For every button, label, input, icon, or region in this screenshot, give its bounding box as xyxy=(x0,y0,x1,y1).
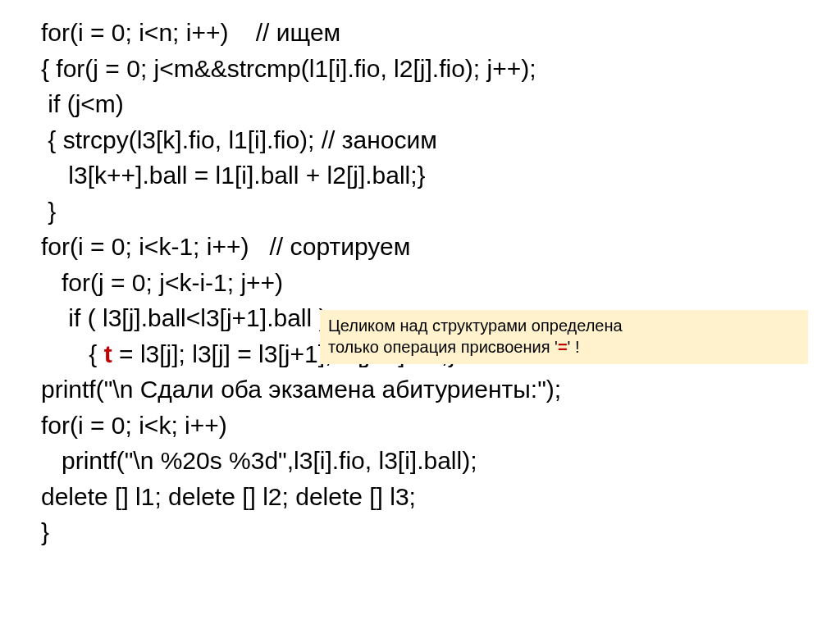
note-line-2: только операция присвоения '=' ! xyxy=(328,336,800,358)
code-line-13: printf("\n %20s %3d",l3[i].fio, l3[i].ba… xyxy=(41,447,477,474)
code-line-8: for(j = 0; j<k-i-1; j++) xyxy=(41,269,283,296)
code-block: for(i = 0; i<n; i++) // ищем { for(j = 0… xyxy=(41,15,840,550)
slide-content: for(i = 0; i<n; i++) // ищем { for(j = 0… xyxy=(0,0,840,629)
code-line-1: for(i = 0; i<n; i++) // ищем xyxy=(41,19,340,46)
code-line-9: if ( l3[j].ball<l3[j+1].ball ) xyxy=(41,304,327,331)
code-line-10b: t xyxy=(104,340,112,367)
code-line-6: } xyxy=(41,198,56,225)
note-equals-sign: = xyxy=(558,338,568,356)
code-line-11: printf("\n Сдали оба экзамена абитуриент… xyxy=(41,376,561,403)
code-line-2: { for(j = 0; j<m&&strcmp(l1[i].fio, l2[j… xyxy=(41,55,536,82)
note-line-2a: только операция присвоения ' xyxy=(328,338,558,356)
code-line-5: l3[k++].ball = l1[i].ball + l2[j].ball;} xyxy=(41,162,426,189)
code-line-15: } xyxy=(41,518,49,545)
code-line-12: for(i = 0; i<k; i++) xyxy=(41,412,227,439)
note-line-2c: ' ! xyxy=(568,338,580,356)
code-line-3: if (j<m) xyxy=(41,90,124,117)
code-line-7: for(i = 0; i<k-1; i++) // сортируем xyxy=(41,233,410,260)
note-line-1: Целиком над структурами определена xyxy=(328,315,800,336)
code-line-10a: { xyxy=(41,340,104,367)
code-line-14: delete [] l1; delete [] l2; delete [] l3… xyxy=(41,483,416,510)
code-line-4: { strcpy(l3[k].fio, l1[i].fio); // занос… xyxy=(41,126,437,153)
callout-note: Целиком над структурами определена тольк… xyxy=(320,310,808,364)
